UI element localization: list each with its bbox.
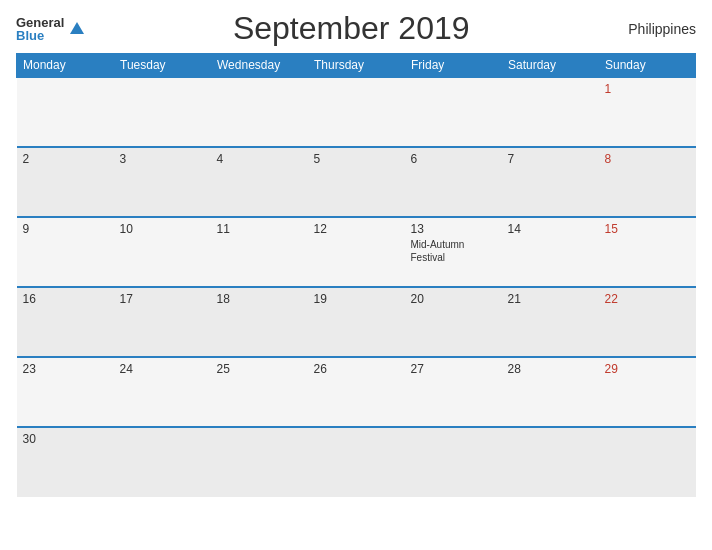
header-wednesday: Wednesday <box>211 54 308 78</box>
calendar-title: September 2019 <box>86 10 616 47</box>
logo-blue-text: Blue <box>16 29 64 42</box>
day-number: 24 <box>120 362 205 376</box>
calendar-cell: 17 <box>114 287 211 357</box>
day-number: 6 <box>411 152 496 166</box>
day-number: 26 <box>314 362 399 376</box>
calendar-cell: 9 <box>17 217 114 287</box>
day-number: 25 <box>217 362 302 376</box>
calendar-cell: 18 <box>211 287 308 357</box>
day-number: 22 <box>605 292 690 306</box>
calendar-cell <box>308 77 405 147</box>
calendar-cell <box>599 427 696 497</box>
logo-general-text: General <box>16 16 64 29</box>
calendar-cell: 3 <box>114 147 211 217</box>
day-number: 19 <box>314 292 399 306</box>
calendar-cell: 23 <box>17 357 114 427</box>
calendar-cell <box>211 77 308 147</box>
calendar-cell: 6 <box>405 147 502 217</box>
calendar-cell <box>211 427 308 497</box>
calendar-cell: 20 <box>405 287 502 357</box>
country-label: Philippines <box>616 21 696 37</box>
day-number: 15 <box>605 222 690 236</box>
calendar-cell: 1 <box>599 77 696 147</box>
day-number: 3 <box>120 152 205 166</box>
weekday-header-row: Monday Tuesday Wednesday Thursday Friday… <box>17 54 696 78</box>
calendar-cell: 15 <box>599 217 696 287</box>
calendar-cell: 2 <box>17 147 114 217</box>
calendar-cell: 10 <box>114 217 211 287</box>
day-number: 18 <box>217 292 302 306</box>
event-label: Mid-Autumn Festival <box>411 238 496 264</box>
logo-icon <box>68 20 86 38</box>
day-number: 20 <box>411 292 496 306</box>
day-number: 29 <box>605 362 690 376</box>
calendar-cell <box>308 427 405 497</box>
calendar-cell <box>17 77 114 147</box>
day-number: 8 <box>605 152 690 166</box>
day-number: 12 <box>314 222 399 236</box>
calendar-cell: 5 <box>308 147 405 217</box>
svg-marker-0 <box>70 22 84 34</box>
calendar-week-row: 1 <box>17 77 696 147</box>
header-saturday: Saturday <box>502 54 599 78</box>
calendar-cell: 16 <box>17 287 114 357</box>
day-number: 23 <box>23 362 108 376</box>
day-number: 11 <box>217 222 302 236</box>
header-sunday: Sunday <box>599 54 696 78</box>
calendar-cell: 28 <box>502 357 599 427</box>
day-number: 14 <box>508 222 593 236</box>
header-friday: Friday <box>405 54 502 78</box>
day-number: 4 <box>217 152 302 166</box>
day-number: 2 <box>23 152 108 166</box>
calendar-cell: 12 <box>308 217 405 287</box>
day-number: 7 <box>508 152 593 166</box>
day-number: 13 <box>411 222 496 236</box>
header-thursday: Thursday <box>308 54 405 78</box>
calendar-cell <box>502 77 599 147</box>
day-number: 16 <box>23 292 108 306</box>
day-number: 1 <box>605 82 690 96</box>
calendar-cell: 26 <box>308 357 405 427</box>
day-number: 30 <box>23 432 108 446</box>
calendar-cell: 21 <box>502 287 599 357</box>
calendar-week-row: 16171819202122 <box>17 287 696 357</box>
day-number: 17 <box>120 292 205 306</box>
calendar-cell <box>114 77 211 147</box>
calendar-cell <box>502 427 599 497</box>
calendar-week-row: 23242526272829 <box>17 357 696 427</box>
calendar-week-row: 910111213Mid-Autumn Festival1415 <box>17 217 696 287</box>
day-number: 5 <box>314 152 399 166</box>
day-number: 27 <box>411 362 496 376</box>
calendar-cell: 19 <box>308 287 405 357</box>
logo: General Blue <box>16 16 86 42</box>
day-number: 10 <box>120 222 205 236</box>
calendar-cell: 30 <box>17 427 114 497</box>
header-monday: Monday <box>17 54 114 78</box>
calendar-week-row: 30 <box>17 427 696 497</box>
calendar-cell: 24 <box>114 357 211 427</box>
calendar-table: Monday Tuesday Wednesday Thursday Friday… <box>16 53 696 497</box>
calendar-cell: 13Mid-Autumn Festival <box>405 217 502 287</box>
calendar-cell: 29 <box>599 357 696 427</box>
calendar-cell <box>405 427 502 497</box>
calendar-cell: 25 <box>211 357 308 427</box>
calendar-cell: 11 <box>211 217 308 287</box>
calendar-cell: 7 <box>502 147 599 217</box>
calendar-cell: 27 <box>405 357 502 427</box>
calendar-week-row: 2345678 <box>17 147 696 217</box>
day-number: 21 <box>508 292 593 306</box>
calendar-header: General Blue September 2019 Philippines <box>16 10 696 47</box>
calendar-cell <box>405 77 502 147</box>
day-number: 9 <box>23 222 108 236</box>
calendar-cell: 22 <box>599 287 696 357</box>
calendar-page: General Blue September 2019 Philippines … <box>0 0 712 550</box>
day-number: 28 <box>508 362 593 376</box>
calendar-cell: 14 <box>502 217 599 287</box>
calendar-cell: 8 <box>599 147 696 217</box>
calendar-cell: 4 <box>211 147 308 217</box>
header-tuesday: Tuesday <box>114 54 211 78</box>
calendar-cell <box>114 427 211 497</box>
